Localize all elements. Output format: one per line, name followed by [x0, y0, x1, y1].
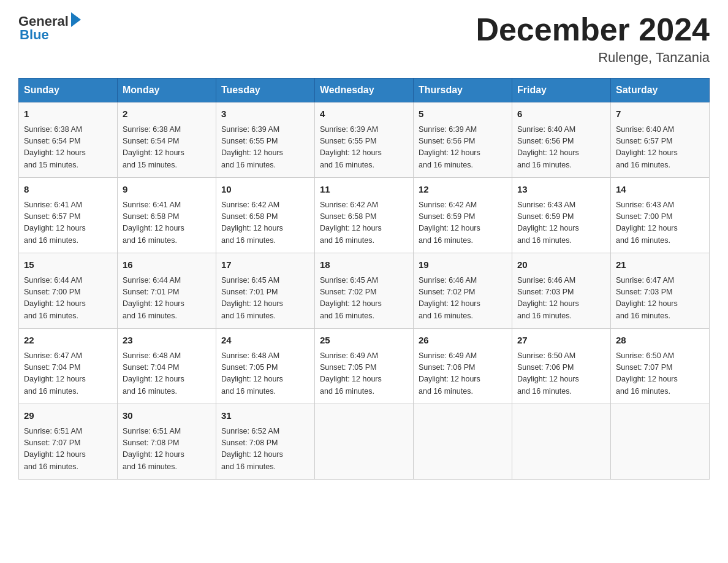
table-row: 30 Sunrise: 6:51 AMSunset: 7:08 PMDaylig…: [118, 404, 216, 480]
day-info: Sunrise: 6:50 AMSunset: 7:07 PMDaylight:…: [616, 351, 678, 396]
table-row: 8 Sunrise: 6:41 AMSunset: 6:57 PMDayligh…: [19, 178, 118, 253]
day-info: Sunrise: 6:46 AMSunset: 7:03 PMDaylight:…: [517, 276, 579, 320]
calendar-week-row: 15 Sunrise: 6:44 AMSunset: 7:00 PMDaylig…: [19, 253, 710, 329]
table-row: 15 Sunrise: 6:44 AMSunset: 7:00 PMDaylig…: [19, 253, 118, 329]
day-number: 13: [517, 183, 605, 197]
day-number: 14: [616, 183, 704, 197]
col-wednesday: Wednesday: [315, 79, 414, 102]
table-row: 27 Sunrise: 6:50 AMSunset: 7:06 PMDaylig…: [512, 329, 611, 404]
table-row: 23 Sunrise: 6:48 AMSunset: 7:04 PMDaylig…: [118, 329, 216, 404]
day-info: Sunrise: 6:51 AMSunset: 7:07 PMDaylight:…: [24, 427, 86, 471]
day-info: Sunrise: 6:39 AMSunset: 6:56 PMDaylight:…: [419, 125, 480, 169]
table-row: 13 Sunrise: 6:43 AMSunset: 6:59 PMDaylig…: [512, 178, 611, 253]
col-friday: Friday: [512, 79, 611, 102]
table-row: 31 Sunrise: 6:52 AMSunset: 7:08 PMDaylig…: [216, 404, 315, 480]
calendar-week-row: 8 Sunrise: 6:41 AMSunset: 6:57 PMDayligh…: [19, 178, 710, 253]
table-row: 25 Sunrise: 6:49 AMSunset: 7:05 PMDaylig…: [315, 329, 414, 404]
day-number: 28: [616, 334, 704, 348]
location-subtitle: Rulenge, Tanzania: [476, 50, 710, 66]
day-info: Sunrise: 6:45 AMSunset: 7:02 PMDaylight:…: [320, 276, 382, 320]
col-saturday: Saturday: [611, 79, 710, 102]
col-thursday: Thursday: [414, 79, 512, 102]
table-row: 16 Sunrise: 6:44 AMSunset: 7:01 PMDaylig…: [118, 253, 216, 329]
table-row: 2 Sunrise: 6:38 AMSunset: 6:54 PMDayligh…: [118, 102, 216, 178]
table-row: 19 Sunrise: 6:46 AMSunset: 7:02 PMDaylig…: [414, 253, 512, 329]
calendar-week-row: 22 Sunrise: 6:47 AMSunset: 7:04 PMDaylig…: [19, 329, 710, 404]
day-info: Sunrise: 6:44 AMSunset: 7:00 PMDaylight:…: [24, 276, 86, 320]
table-row: 10 Sunrise: 6:42 AMSunset: 6:58 PMDaylig…: [216, 178, 315, 253]
day-info: Sunrise: 6:40 AMSunset: 6:56 PMDaylight:…: [517, 125, 579, 169]
day-number: 30: [123, 409, 211, 423]
calendar-week-row: 1 Sunrise: 6:38 AMSunset: 6:54 PMDayligh…: [19, 102, 710, 178]
day-number: 7: [616, 107, 704, 121]
col-sunday: Sunday: [19, 79, 118, 102]
day-number: 25: [320, 334, 408, 348]
table-row: 26 Sunrise: 6:49 AMSunset: 7:06 PMDaylig…: [414, 329, 512, 404]
day-number: 11: [320, 183, 408, 197]
day-info: Sunrise: 6:42 AMSunset: 6:58 PMDaylight:…: [320, 201, 382, 245]
day-info: Sunrise: 6:47 AMSunset: 7:04 PMDaylight:…: [24, 351, 86, 396]
day-info: Sunrise: 6:39 AMSunset: 6:55 PMDaylight:…: [221, 125, 283, 169]
table-row: 28 Sunrise: 6:50 AMSunset: 7:07 PMDaylig…: [611, 329, 710, 404]
day-number: 3: [221, 107, 309, 121]
table-row: 11 Sunrise: 6:42 AMSunset: 6:58 PMDaylig…: [315, 178, 414, 253]
page-header: General Blue December 2024 Rulenge, Tanz…: [18, 12, 710, 66]
table-row: 1 Sunrise: 6:38 AMSunset: 6:54 PMDayligh…: [19, 102, 118, 178]
table-row: 24 Sunrise: 6:48 AMSunset: 7:05 PMDaylig…: [216, 329, 315, 404]
day-number: 10: [221, 183, 309, 197]
day-info: Sunrise: 6:39 AMSunset: 6:55 PMDaylight:…: [320, 125, 382, 169]
table-row: 4 Sunrise: 6:39 AMSunset: 6:55 PMDayligh…: [315, 102, 414, 178]
day-info: Sunrise: 6:47 AMSunset: 7:03 PMDaylight:…: [616, 276, 678, 320]
table-row: 20 Sunrise: 6:46 AMSunset: 7:03 PMDaylig…: [512, 253, 611, 329]
day-number: 29: [24, 409, 112, 423]
col-monday: Monday: [118, 79, 216, 102]
day-info: Sunrise: 6:38 AMSunset: 6:54 PMDaylight:…: [24, 125, 86, 169]
day-info: Sunrise: 6:52 AMSunset: 7:08 PMDaylight:…: [221, 427, 283, 471]
table-row: 3 Sunrise: 6:39 AMSunset: 6:55 PMDayligh…: [216, 102, 315, 178]
day-number: 15: [24, 258, 112, 272]
day-number: 26: [419, 334, 507, 348]
table-row: 9 Sunrise: 6:41 AMSunset: 6:58 PMDayligh…: [118, 178, 216, 253]
day-number: 24: [221, 334, 309, 348]
day-info: Sunrise: 6:45 AMSunset: 7:01 PMDaylight:…: [221, 276, 283, 320]
table-row: 7 Sunrise: 6:40 AMSunset: 6:57 PMDayligh…: [611, 102, 710, 178]
calendar-title: December 2024: [476, 12, 710, 47]
day-number: 23: [123, 334, 211, 348]
day-info: Sunrise: 6:38 AMSunset: 6:54 PMDaylight:…: [123, 125, 184, 169]
calendar-table: Sunday Monday Tuesday Wednesday Thursday…: [18, 78, 710, 480]
day-info: Sunrise: 6:48 AMSunset: 7:05 PMDaylight:…: [221, 351, 283, 396]
day-info: Sunrise: 6:41 AMSunset: 6:57 PMDaylight:…: [24, 201, 86, 245]
day-info: Sunrise: 6:43 AMSunset: 7:00 PMDaylight:…: [616, 201, 678, 245]
table-row: 17 Sunrise: 6:45 AMSunset: 7:01 PMDaylig…: [216, 253, 315, 329]
logo-arrow-icon: [71, 12, 81, 27]
day-info: Sunrise: 6:48 AMSunset: 7:04 PMDaylight:…: [123, 351, 184, 396]
day-number: 1: [24, 107, 112, 121]
day-number: 5: [419, 107, 507, 121]
day-number: 2: [123, 107, 211, 121]
day-info: Sunrise: 6:42 AMSunset: 6:58 PMDaylight:…: [221, 201, 283, 245]
day-number: 6: [517, 107, 605, 121]
day-number: 31: [221, 409, 309, 423]
day-number: 21: [616, 258, 704, 272]
day-number: 8: [24, 183, 112, 197]
logo-group: General Blue: [18, 12, 81, 43]
day-number: 12: [419, 183, 507, 197]
table-row: [512, 404, 611, 480]
day-number: 17: [221, 258, 309, 272]
table-row: [611, 404, 710, 480]
title-section: December 2024 Rulenge, Tanzania: [476, 12, 710, 66]
day-number: 20: [517, 258, 605, 272]
day-info: Sunrise: 6:51 AMSunset: 7:08 PMDaylight:…: [123, 427, 184, 471]
day-number: 16: [123, 258, 211, 272]
day-info: Sunrise: 6:49 AMSunset: 7:06 PMDaylight:…: [419, 351, 480, 396]
day-info: Sunrise: 6:41 AMSunset: 6:58 PMDaylight:…: [123, 201, 184, 245]
day-info: Sunrise: 6:50 AMSunset: 7:06 PMDaylight:…: [517, 351, 579, 396]
table-row: 29 Sunrise: 6:51 AMSunset: 7:07 PMDaylig…: [19, 404, 118, 480]
col-tuesday: Tuesday: [216, 79, 315, 102]
table-row: [414, 404, 512, 480]
table-row: 14 Sunrise: 6:43 AMSunset: 7:00 PMDaylig…: [611, 178, 710, 253]
table-row: 12 Sunrise: 6:42 AMSunset: 6:59 PMDaylig…: [414, 178, 512, 253]
logo: General Blue: [18, 12, 81, 43]
day-number: 19: [419, 258, 507, 272]
day-number: 27: [517, 334, 605, 348]
